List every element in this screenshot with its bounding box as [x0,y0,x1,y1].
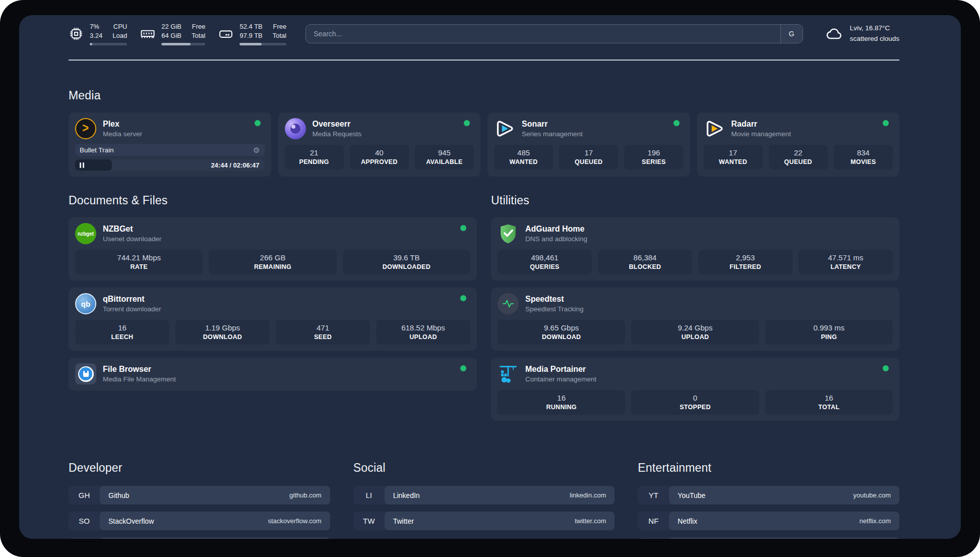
ram-icon [140,26,155,41]
bookmark-abbr: DT [69,537,100,539]
qbittorrent-icon: qb [75,293,96,314]
stat-tile: 40APPROVED [350,145,409,170]
app-name: AdGuard Home [525,225,893,234]
bookmark-name: Netflix [678,517,860,525]
stat-tile: 39.6 TBDOWNLOADED [343,250,470,274]
stat-tile: 9.24 GbpsUPLOAD [631,320,759,345]
app-name: qBittorrent [103,295,454,304]
pause-icon[interactable] [80,162,84,168]
stat-tile: 86,384BLOCKED [598,250,692,274]
playback-progress-bar[interactable]: 24:44 / 02:06:47 [75,159,265,171]
cpu-load-label: Load [112,31,127,40]
app-card-nzbget[interactable]: nzbget NZBGet Usenet downloader 744.21 M… [69,217,477,281]
app-description: Container management [525,375,876,383]
app-card-overseerr[interactable]: Overseerr Media Requests 21PENDING 40APP… [278,113,481,177]
memory-total-label: Total [192,31,205,40]
stat-tile: 2,953FILTERED [698,250,792,274]
stat-tile: 22QUEUED [769,145,828,170]
storage-total-value: 97.9 TB [239,31,262,40]
status-indicator [460,295,466,301]
bookmark-url: stackoverflow.com [268,517,321,525]
bookmark-youtube[interactable]: YT YouTube youtube.com [638,486,899,505]
bookmark-reddit[interactable]: RE Reddit reddit.com [638,537,899,539]
status-indicator [460,365,466,371]
app-card-radarr[interactable]: Radarr Movie management 17WANTED 22QUEUE… [697,113,900,177]
app-name: NZBGet [103,225,454,234]
disk-icon [218,26,233,41]
app-name: Plex [103,120,248,129]
section-title-media: Media [69,89,899,102]
search-input[interactable] [306,25,780,43]
app-description: Series management [522,130,667,138]
stat-tile: 1.19 GbpsDOWNLOAD [175,320,270,345]
bookmark-abbr: RE [638,537,669,539]
app-description: Media File Management [103,375,454,383]
app-card-filebrowser[interactable]: File Browser Media File Management [69,358,477,391]
settings-gear-icon[interactable]: ⚙ [253,146,260,154]
speedtest-icon [498,293,519,314]
now-playing-row: Bullet Train ⚙ [75,144,265,156]
app-description: Speedtest Tracking [525,305,893,313]
storage-stat: 52.4 TB 97.9 TB Free Total [218,22,286,45]
stat-tile: 834MOVIES [834,145,893,170]
cpu-stat: 7% 3.24 CPU Load [69,22,127,45]
stat-tile: 47.571 msLATENCY [799,250,893,274]
app-card-plex[interactable]: > Plex Media server Bullet Train ⚙ 24:44… [69,113,271,177]
app-card-adguard[interactable]: AdGuard Home DNS and adblocking 498,461Q… [491,217,899,281]
bookmark-linkedin[interactable]: LI LinkedIn linkedin.com [353,486,615,505]
cpu-icon [69,26,84,41]
stat-tile: 266 GBREMAINING [209,250,336,274]
stat-tile: 16TOTAL [765,390,893,415]
top-bar: 7% 3.24 CPU Load [69,22,899,45]
status-indicator [673,120,680,126]
bookmark-netflix[interactable]: NF Netflix netflix.com [638,512,899,530]
bookmark-name: Github [108,491,289,499]
status-indicator [883,365,889,371]
bookmark-twitter[interactable]: TW Twitter twitter.com [353,512,615,530]
cpu-label: CPU [112,22,127,31]
app-name: Overseerr [313,120,458,129]
weather-location-temp: Lviv, 16.87°C [850,23,899,34]
bookmark-stackoverflow[interactable]: SO StackOverflow stackoverflow.com [69,512,330,530]
app-card-speedtest[interactable]: Speedtest Speedtest Tracking 9.65 GbpsDO… [491,288,899,351]
search-engine-button[interactable]: G [780,25,803,43]
header-divider [69,60,899,61]
sonarr-icon [494,118,515,139]
memory-progress-bar [161,43,205,45]
plex-icon: > [75,118,96,139]
bookmark-github[interactable]: GH Github github.com [69,486,330,505]
stat-tile: 0.993 msPING [765,320,893,345]
app-description: Movie management [731,130,877,138]
memory-free-label: Free [192,22,205,31]
stat-tile: 21PENDING [285,145,344,170]
bookmark-name: StackOverflow [108,517,268,525]
cpu-usage-value: 7% [90,22,102,31]
system-stats: 7% 3.24 CPU Load [69,22,286,45]
now-playing-title: Bullet Train [80,146,253,154]
portainer-icon [498,363,519,384]
bookmark-abbr: SO [69,512,100,530]
app-description: DNS and adblocking [525,235,893,243]
storage-free-value: 52.4 TB [239,22,262,31]
app-description: Torrent downloader [103,305,454,313]
app-card-qbittorrent[interactable]: qb qBittorrent Torrent downloader 16LEEC… [69,288,477,351]
section-title-entertainment: Entertainment [638,461,899,475]
bookmark-abbr: GH [69,486,100,505]
app-card-portainer[interactable]: Media Portainer Container management 16R… [491,358,899,421]
app-card-sonarr[interactable]: Sonarr Series management 485WANTED 17QUE… [487,113,690,177]
bookmark-url: netflix.com [860,517,891,525]
bookmark-dev[interactable]: DT DEV dev.to [69,537,330,539]
bookmark-url: linkedin.com [570,491,606,499]
stat-tile: 744.21 MbpsRATE [75,250,203,274]
stat-tile: 485WANTED [494,145,553,170]
stat-tile: 17WANTED [704,145,763,170]
app-description: Media Requests [313,130,458,138]
weather-condition: scattered clouds [850,34,899,44]
bookmark-name: LinkedIn [393,491,570,499]
status-indicator [460,225,466,231]
cloud-icon [825,25,843,43]
cpu-load-value: 3.24 [90,31,102,40]
stat-tile: 196SERIES [624,145,683,170]
section-title-utilities: Utilities [491,194,899,207]
section-title-developer: Developer [69,461,330,475]
